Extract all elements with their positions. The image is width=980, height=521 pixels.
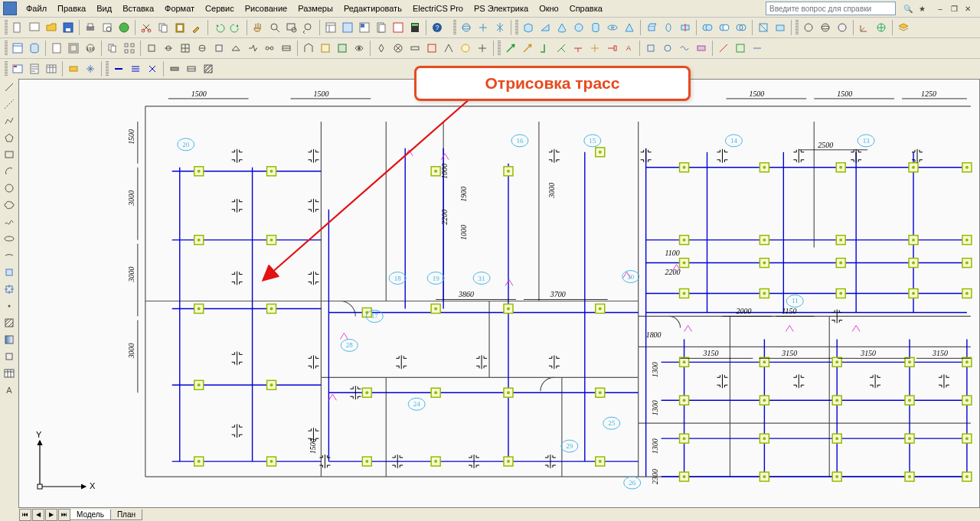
el-tool-icon[interactable] — [262, 41, 277, 56]
route-misc-icon[interactable] — [677, 41, 692, 56]
tab-model[interactable]: Модель — [70, 510, 111, 520]
drawing-viewport[interactable]: 1500 1500 1500 1500 1250 1500 3000 3000 … — [18, 79, 980, 508]
el-tool-icon[interactable] — [335, 41, 350, 56]
revcloud-icon[interactable] — [2, 198, 16, 212]
insert-block-icon[interactable] — [2, 265, 16, 279]
pan-icon[interactable] — [250, 20, 266, 35]
menu-help[interactable]: Справка — [565, 2, 607, 15]
sphere-icon[interactable] — [571, 20, 586, 35]
el-framed-icon[interactable] — [66, 41, 81, 56]
intersect-icon[interactable] — [733, 20, 749, 35]
redo-icon[interactable] — [228, 20, 243, 35]
el-tool-icon[interactable] — [144, 41, 159, 56]
menu-format[interactable]: Формат — [160, 2, 199, 15]
layer-icon[interactable] — [896, 20, 911, 35]
el-tool-icon[interactable] — [211, 41, 227, 56]
section-plane-icon[interactable] — [756, 20, 771, 35]
menu-edit[interactable]: Правка — [53, 2, 90, 15]
print-icon[interactable] — [83, 20, 98, 35]
trace-tray-icon[interactable] — [167, 61, 182, 77]
route-bend-icon[interactable] — [537, 41, 552, 56]
el-freeze-icon[interactable] — [83, 61, 98, 77]
el-tool-icon[interactable] — [407, 41, 423, 56]
spline-icon[interactable] — [2, 215, 16, 229]
revolve-icon[interactable] — [661, 20, 676, 35]
el-tool-icon[interactable] — [194, 41, 210, 56]
route-misc-icon[interactable] — [660, 41, 675, 56]
route-end-icon[interactable] — [604, 41, 619, 56]
open-icon[interactable] — [44, 20, 59, 35]
menu-electrics-pro[interactable]: ElectriCS Pro — [408, 2, 468, 15]
el-tool-icon[interactable] — [318, 41, 333, 56]
preview-icon[interactable] — [100, 20, 115, 35]
slice-icon[interactable] — [678, 20, 693, 35]
route-arrow-2-icon[interactable] — [520, 41, 535, 56]
route-label-icon[interactable]: A — [621, 41, 636, 56]
el-array-icon[interactable] — [122, 41, 137, 56]
el-legend-icon[interactable] — [10, 61, 25, 77]
box-icon[interactable] — [521, 20, 536, 35]
el-tool-icon[interactable] — [228, 41, 243, 56]
menu-view[interactable]: Вид — [92, 2, 116, 15]
cut-icon[interactable] — [139, 20, 154, 35]
quickcalc-icon[interactable] — [407, 20, 423, 35]
save-icon[interactable] — [60, 20, 76, 35]
help-search-input[interactable] — [766, 2, 896, 15]
mtext-icon[interactable]: A — [2, 383, 16, 397]
menu-tools[interactable]: Сервис — [201, 2, 239, 15]
route-misc-icon[interactable] — [694, 41, 709, 56]
cone-icon[interactable] — [554, 20, 570, 35]
publish-icon[interactable] — [116, 20, 132, 35]
el-spec-icon[interactable] — [27, 61, 42, 77]
trace-multi-icon[interactable] — [128, 61, 143, 77]
el-tool-icon[interactable] — [301, 41, 316, 56]
route-branch-icon[interactable] — [554, 41, 569, 56]
ellipse-icon[interactable] — [2, 232, 16, 246]
menu-modify[interactable]: Редактировать — [339, 2, 407, 15]
menu-window[interactable]: Окно — [534, 2, 564, 15]
3d-zoom-icon[interactable] — [492, 20, 508, 35]
wedge-icon[interactable] — [537, 20, 553, 35]
menu-dimension[interactable]: Размеры — [293, 2, 338, 15]
close-icon[interactable]: ✕ — [963, 4, 972, 13]
el-tool-icon[interactable] — [390, 41, 406, 56]
match-properties-icon[interactable] — [189, 20, 204, 35]
3d-pan-icon[interactable] — [475, 20, 491, 35]
el-tool-icon[interactable] — [441, 41, 456, 56]
menu-insert[interactable]: Вставка — [118, 2, 158, 15]
el-tool-icon[interactable] — [424, 41, 439, 56]
el-tag-icon[interactable]: 110 — [83, 41, 98, 56]
ellipse-arc-icon[interactable] — [2, 249, 16, 262]
tab-plan[interactable]: План — [110, 510, 142, 520]
menu-draw[interactable]: Рисование — [240, 2, 292, 15]
sheet-set-icon[interactable] — [374, 20, 389, 35]
circle-icon[interactable] — [2, 181, 16, 195]
hatch-icon[interactable] — [2, 316, 16, 330]
3dorbit-icon[interactable] — [459, 20, 474, 35]
tab-last-icon[interactable]: ⏭ — [58, 509, 70, 521]
trace-tray2-icon[interactable] — [184, 61, 199, 77]
zoom-window-icon[interactable] — [284, 20, 299, 35]
route-misc-icon[interactable] — [716, 41, 731, 56]
zoom-realtime-icon[interactable] — [267, 20, 283, 35]
make-block-icon[interactable] — [2, 282, 16, 296]
subtract-icon[interactable] — [717, 20, 732, 35]
el-sheet-icon[interactable] — [49, 41, 64, 56]
el-dbase-icon[interactable] — [27, 41, 42, 56]
el-tool-icon[interactable] — [245, 41, 260, 56]
route-arrow-icon[interactable] — [503, 41, 518, 56]
table-icon[interactable] — [2, 366, 16, 380]
polygon-icon[interactable] — [2, 131, 16, 145]
el-tool-icon[interactable] — [458, 41, 473, 56]
visual-style-2d-icon[interactable] — [801, 20, 816, 35]
trace-hatch-icon[interactable] — [201, 61, 216, 77]
el-project-icon[interactable] — [10, 41, 25, 56]
torus-icon[interactable] — [605, 20, 620, 35]
properties-icon[interactable] — [323, 20, 338, 35]
rectangle-icon[interactable] — [2, 148, 16, 161]
copy-icon[interactable] — [155, 20, 171, 35]
el-table-icon[interactable] — [44, 61, 59, 77]
ucs-world-icon[interactable] — [874, 20, 889, 35]
polyline-icon[interactable] — [2, 114, 16, 128]
extrude-icon[interactable] — [644, 20, 659, 35]
